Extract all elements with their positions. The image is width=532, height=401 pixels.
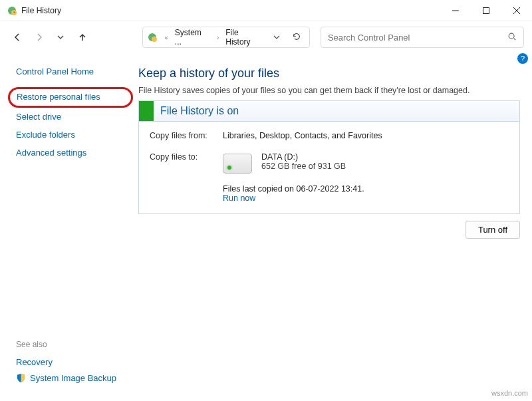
chevron-right-icon[interactable]: › [214,34,221,41]
shield-icon [16,373,26,383]
restore-personal-files-link[interactable]: Restore personal files [17,92,124,102]
toolbar: « System ... › File History [0,21,532,53]
page-description: File History saves copies of your files … [138,86,520,95]
address-bar[interactable]: « System ... › File History [142,27,310,48]
close-button[interactable] [501,0,532,21]
copy-from-label: Copy files from: [150,131,223,140]
address-dropdown[interactable] [269,33,284,43]
main-content: ? Keep a history of your files File Hist… [133,53,532,401]
forward-button[interactable] [30,27,49,48]
search-icon[interactable] [507,32,517,43]
copy-to-label: Copy files to: [150,152,223,174]
see-also-heading: See also [16,336,133,353]
sidebar: Control Panel Home Restore personal file… [0,53,133,401]
status-indicator-on [139,101,154,121]
page-title: Keep a history of your files [138,67,520,80]
drive-name: DATA (D:) [261,152,346,162]
status-panel: File History is on Copy files from: Libr… [138,100,520,214]
maximize-button[interactable] [471,0,501,21]
breadcrumb-leaf[interactable]: File History [225,28,265,47]
copy-from-value: Libraries, Desktop, Contacts, and Favori… [223,131,382,140]
window-title: File History [21,6,440,15]
search-box[interactable] [321,27,524,48]
select-drive-link[interactable]: Select drive [16,108,133,126]
back-button[interactable] [8,27,27,48]
exclude-folders-link[interactable]: Exclude folders [16,126,133,144]
recent-locations-button[interactable] [51,27,70,48]
svg-point-4 [152,37,157,42]
panel-header: File History is on [139,100,519,122]
control-panel-icon [147,32,158,43]
drive-free-space: 652 GB free of 931 GB [261,162,346,171]
breadcrumb-root[interactable]: System ... [175,28,210,47]
recovery-link[interactable]: Recovery [16,353,133,371]
watermark: wsxdn.com [491,389,528,397]
system-image-backup-link[interactable]: System Image Backup [30,371,116,385]
svg-rect-2 [483,7,489,13]
run-now-link[interactable]: Run now [223,194,255,203]
svg-point-5 [509,33,514,39]
highlight-annotation: Restore personal files [8,87,133,108]
window-controls [440,0,532,21]
minimize-button[interactable] [440,0,471,21]
search-input[interactable] [328,33,507,43]
breadcrumb-separator: « [162,34,171,41]
refresh-button[interactable] [288,32,305,43]
up-button[interactable] [73,27,92,48]
drive-icon [223,154,252,174]
last-copied-text: Files last copied on 06-07-2022 13:41. [223,184,509,194]
turn-off-button[interactable]: Turn off [466,221,520,239]
help-button[interactable]: ? [517,53,528,64]
panel-title: File History is on [154,105,239,117]
advanced-settings-link[interactable]: Advanced settings [16,144,133,162]
titlebar: File History [0,0,532,21]
file-history-icon [7,5,17,16]
control-panel-home-link[interactable]: Control Panel Home [16,63,133,80]
